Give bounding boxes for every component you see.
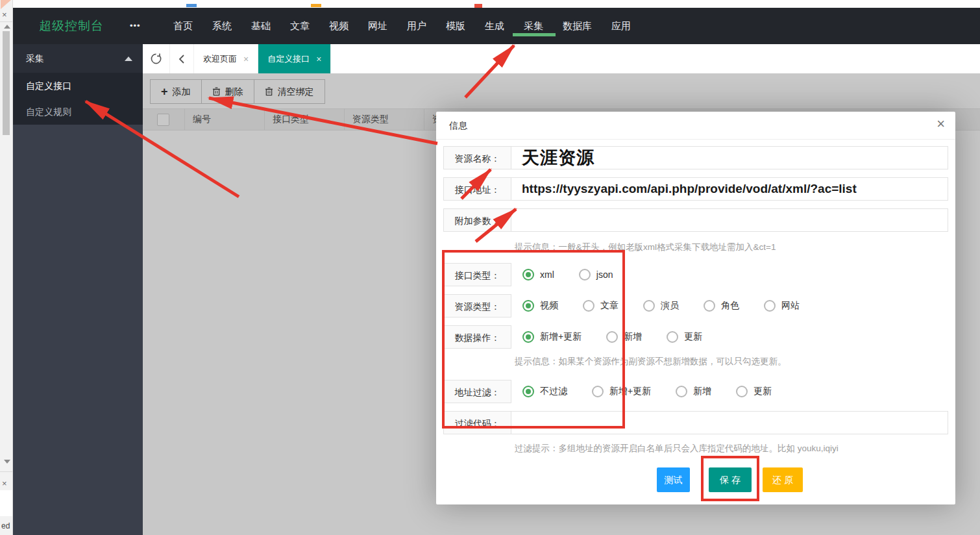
field-label: 地址过滤： bbox=[443, 380, 511, 403]
sidebar-group-label: 采集 bbox=[26, 53, 44, 64]
radio-icon bbox=[676, 386, 687, 397]
data-op-radio-group: 新增+更新 新增 更新 bbox=[522, 325, 727, 349]
radio-website[interactable]: 网站 bbox=[764, 300, 800, 312]
radio-video[interactable]: 视频 bbox=[522, 300, 558, 312]
nav-item-database[interactable]: 数据库 bbox=[553, 8, 602, 44]
radio-actor[interactable]: 演员 bbox=[643, 300, 679, 312]
tab-close-icon[interactable]: × bbox=[243, 54, 249, 64]
caret-up-icon bbox=[125, 56, 132, 61]
radio-icon bbox=[522, 300, 534, 312]
resource-name-input[interactable]: 天涯资源 bbox=[511, 146, 948, 169]
radio-label: json bbox=[596, 269, 613, 280]
api-url-input[interactable]: https://tyyszyapi.com/api.php/provide/vo… bbox=[511, 177, 948, 201]
nav-item-system[interactable]: 系统 bbox=[202, 8, 241, 44]
radio-update[interactable]: 更新 bbox=[667, 331, 702, 343]
radio-label: 文章 bbox=[600, 300, 619, 312]
field-row-params: 附加参数： bbox=[443, 208, 948, 232]
field-row-res-type: 资源类型： 视频 文章 演员 角色 网站 bbox=[443, 294, 948, 317]
tab-welcome[interactable]: 欢迎页面 × bbox=[194, 44, 258, 73]
radio-add-update[interactable]: 新增+更新 bbox=[522, 331, 582, 343]
field-row-url: 接口地址： https://tyyszyapi.com/api.php/prov… bbox=[443, 177, 948, 201]
nav-active-indicator bbox=[513, 33, 556, 36]
corner-triangle-icon bbox=[1, 0, 11, 9]
radio-icon bbox=[643, 300, 655, 312]
radio-label: 角色 bbox=[721, 300, 739, 312]
radio-filter-add-update[interactable]: 新增+更新 bbox=[592, 386, 651, 397]
blank-block bbox=[0, 490, 12, 516]
extra-params-input[interactable] bbox=[511, 208, 948, 232]
nav-item-collect[interactable]: 采集 bbox=[514, 8, 553, 44]
radio-article[interactable]: 文章 bbox=[583, 300, 619, 312]
scroll-up-icon[interactable] bbox=[4, 25, 10, 29]
screen: × × ed 超级控制台 ••• 首页 系统 基础 文章 视频 网址 用户 模版… bbox=[0, 0, 980, 535]
sidebar-group-collect[interactable]: 采集 bbox=[13, 44, 143, 73]
radio-xml[interactable]: xml bbox=[522, 269, 554, 280]
refresh-icon[interactable] bbox=[143, 44, 170, 73]
tab-close-icon[interactable]: × bbox=[316, 54, 321, 64]
field-label: 接口类型： bbox=[443, 263, 511, 286]
scroll-down-icon[interactable] bbox=[4, 460, 10, 464]
field-label: 资源类型： bbox=[443, 294, 511, 317]
chevron-left-icon[interactable] bbox=[170, 44, 194, 73]
radio-no-filter[interactable]: 不过滤 bbox=[522, 386, 567, 397]
nav-more-icon[interactable]: ••• bbox=[130, 8, 141, 44]
app-logo[interactable]: 超级控制台 bbox=[39, 8, 104, 44]
info-dialog: 信息 × 资源名称： 天涯资源 接口地址： https://tyyszyapi.… bbox=[436, 112, 955, 504]
radio-icon bbox=[583, 300, 594, 312]
sidebar-item-custom-rule[interactable]: 自定义规则 bbox=[13, 99, 143, 125]
nav-item-url[interactable]: 网址 bbox=[358, 8, 397, 44]
radio-label: 新增 bbox=[693, 386, 711, 397]
nav-item-article[interactable]: 文章 bbox=[280, 8, 319, 44]
field-row-api-type: 接口类型： xml json bbox=[443, 263, 948, 286]
radio-icon bbox=[764, 300, 776, 312]
radio-icon bbox=[736, 386, 748, 397]
nav-menu: 首页 系统 基础 文章 视频 网址 用户 模版 生成 采集 数据库 应用 bbox=[164, 8, 641, 44]
radio-label: 新增+更新 bbox=[540, 331, 582, 343]
tab-label: 自定义接口 bbox=[267, 53, 310, 65]
nav-item-video[interactable]: 视频 bbox=[319, 8, 358, 44]
radio-json[interactable]: json bbox=[579, 269, 613, 280]
nav-item-generate[interactable]: 生成 bbox=[475, 8, 514, 44]
side-window-sliver: × × ed bbox=[0, 0, 13, 535]
save-button[interactable]: 保 存 bbox=[709, 467, 752, 492]
radio-label: 新增 bbox=[624, 331, 642, 343]
test-button[interactable]: 测试 bbox=[657, 467, 690, 492]
nav-item-app[interactable]: 应用 bbox=[602, 8, 641, 44]
radio-role[interactable]: 角色 bbox=[704, 300, 739, 312]
api-type-radio-group: xml json bbox=[522, 263, 637, 286]
divider bbox=[0, 471, 13, 472]
radio-label: 更新 bbox=[684, 331, 702, 343]
radio-icon bbox=[606, 331, 618, 343]
dialog-title: 信息 bbox=[449, 112, 467, 139]
filter-code-input[interactable] bbox=[511, 411, 948, 434]
field-row-name: 资源名称： 天涯资源 bbox=[443, 146, 948, 169]
radio-label: 不过滤 bbox=[540, 386, 567, 397]
radio-add[interactable]: 新增 bbox=[606, 331, 642, 343]
nav-item-basic[interactable]: 基础 bbox=[241, 8, 280, 44]
nav-item-template[interactable]: 模版 bbox=[436, 8, 475, 44]
field-label: 附加参数： bbox=[443, 208, 511, 232]
tab-custom-api[interactable]: 自定义接口 × bbox=[258, 44, 331, 73]
sidebar-item-custom-api[interactable]: 自定义接口 bbox=[13, 73, 143, 99]
dialog-close-icon[interactable]: × bbox=[937, 116, 945, 132]
radio-filter-update[interactable]: 更新 bbox=[736, 386, 772, 397]
radio-icon bbox=[579, 269, 591, 280]
field-row-filter-code: 过滤代码： bbox=[443, 411, 948, 434]
nav-item-user[interactable]: 用户 bbox=[397, 8, 436, 44]
dialog-header: 信息 × bbox=[436, 112, 955, 140]
nav-item-home[interactable]: 首页 bbox=[164, 8, 202, 44]
addr-filter-radio-group: 不过滤 新增+更新 新增 更新 bbox=[522, 380, 796, 403]
tab-label: 欢迎页面 bbox=[203, 53, 237, 65]
reset-button[interactable]: 还 原 bbox=[763, 467, 803, 492]
close-icon[interactable]: × bbox=[2, 10, 7, 19]
radio-icon bbox=[704, 300, 715, 312]
scrollbar-thumb[interactable] bbox=[3, 31, 10, 135]
res-type-radio-group: 视频 文章 演员 角色 网站 bbox=[522, 294, 824, 317]
radio-filter-add[interactable]: 新增 bbox=[676, 386, 711, 397]
radio-label: 视频 bbox=[540, 300, 558, 312]
radio-icon bbox=[592, 386, 604, 397]
radio-label: 演员 bbox=[661, 300, 679, 312]
close-icon[interactable]: × bbox=[2, 479, 7, 488]
field-label: 数据操作： bbox=[443, 325, 511, 349]
data-op-hint: 提示信息：如果某个资源作为副资源不想新增数据，可以只勾选更新。 bbox=[515, 356, 787, 367]
